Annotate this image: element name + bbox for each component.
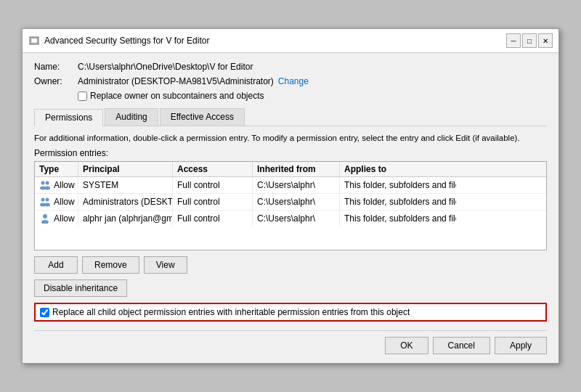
svg-point-10: [43, 214, 47, 219]
main-window: Advanced Security Settings for V for Edi…: [22, 28, 559, 364]
col-type: Type: [35, 162, 78, 176]
disable-inheritance-button[interactable]: Disable inheritance: [34, 279, 127, 297]
row1-type: Allow: [35, 177, 78, 193]
close-button[interactable]: ✕: [538, 33, 553, 48]
group-icon: [39, 196, 51, 208]
row1-inherited: C:\Users\alphr\: [253, 177, 340, 193]
tab-auditing[interactable]: Auditing: [105, 108, 158, 126]
col-access: Access: [173, 162, 253, 176]
replace-child-permissions-label: Replace all child object permission entr…: [52, 307, 410, 317]
row2-applies: This folder, subfolders and files: [340, 194, 456, 210]
change-link[interactable]: Change: [278, 76, 309, 86]
row1-access: Full control: [173, 177, 253, 193]
disable-inheritance-row: Disable inheritance: [34, 279, 547, 303]
permission-entries-label: Permission entries:: [34, 148, 547, 158]
owner-value: Administrator (DESKTOP-MA981V5\Administr…: [78, 76, 274, 86]
svg-point-6: [41, 198, 45, 202]
name-row: Name: C:\Users\alphr\OneDrive\Desktop\V …: [34, 62, 547, 72]
group-icon: [39, 179, 51, 191]
apply-button[interactable]: Apply: [495, 337, 547, 354]
owner-row: Owner: Administrator (DESKTOP-MA981V5\Ad…: [34, 76, 547, 86]
replace-owner-row: Replace owner on subcontainers and objec…: [78, 91, 547, 101]
permissions-description: For additional information, double-click…: [34, 134, 547, 142]
table-row[interactable]: Allow alphr jan (alphrjan@gmail.co... Fu…: [35, 211, 546, 226]
row3-principal: alphr jan (alphrjan@gmail.co...: [78, 211, 173, 226]
row3-applies: This folder, subfolders and files: [340, 211, 456, 226]
svg-point-4: [46, 181, 49, 185]
bottom-buttons: OK Cancel Apply: [34, 330, 547, 354]
row2-access: Full control: [173, 194, 253, 210]
tab-permissions[interactable]: Permissions: [34, 109, 103, 126]
maximize-button[interactable]: □: [522, 33, 537, 48]
minimize-button[interactable]: ─: [506, 33, 521, 48]
row3-inherited: C:\Users\alphr\: [253, 211, 340, 226]
row3-access: Full control: [173, 211, 253, 226]
col-applies: Applies to: [340, 162, 456, 176]
row1-applies: This folder, subfolders and files: [340, 177, 456, 193]
col-principal: Principal: [78, 162, 173, 176]
table-header: Type Principal Access Inherited from App…: [35, 162, 546, 177]
row1-principal: SYSTEM: [78, 177, 173, 193]
title-buttons: ─ □ ✕: [506, 33, 553, 48]
replace-child-permissions-checkbox[interactable]: [40, 308, 49, 317]
replace-child-permissions-row: Replace all child object permission entr…: [34, 303, 547, 322]
row2-inherited: C:\Users\alphr\: [253, 194, 340, 210]
tab-effective-access[interactable]: Effective Access: [160, 108, 245, 126]
window-icon: [28, 35, 40, 46]
content-area: Name: C:\Users\alphr\OneDrive\Desktop\V …: [23, 53, 558, 363]
svg-rect-1: [31, 38, 37, 43]
tabs-bar: Permissions Auditing Effective Access: [34, 108, 547, 126]
title-bar: Advanced Security Settings for V for Edi…: [23, 29, 558, 53]
add-button[interactable]: Add: [34, 256, 78, 274]
remove-button[interactable]: Remove: [82, 256, 139, 274]
table-row[interactable]: Allow SYSTEM Full control C:\Users\alphr…: [35, 177, 546, 194]
view-button[interactable]: View: [144, 256, 187, 274]
window-title: Advanced Security Settings for V for Edi…: [44, 36, 209, 46]
svg-point-8: [46, 198, 49, 202]
user-icon: [39, 213, 51, 224]
name-label: Name:: [34, 62, 78, 72]
svg-point-5: [44, 187, 50, 190]
owner-label: Owner:: [34, 76, 78, 86]
row2-principal: Administrators (DESKTOP-MA...: [78, 194, 173, 210]
svg-point-9: [44, 203, 50, 207]
replace-owner-label: Replace owner on subcontainers and objec…: [90, 91, 264, 101]
row2-type: Allow: [35, 194, 78, 210]
col-inherited: Inherited from: [253, 162, 340, 176]
ok-button[interactable]: OK: [385, 337, 428, 354]
row3-type: Allow: [35, 211, 78, 226]
action-buttons: Add Remove View: [34, 256, 547, 274]
permissions-table: Type Principal Access Inherited from App…: [34, 161, 547, 250]
svg-point-11: [41, 220, 49, 224]
replace-owner-checkbox[interactable]: [78, 91, 87, 101]
cancel-button[interactable]: Cancel: [433, 337, 490, 354]
svg-point-2: [41, 181, 45, 185]
name-value: C:\Users\alphr\OneDrive\Desktop\V for Ed…: [78, 62, 253, 72]
table-body: Allow SYSTEM Full control C:\Users\alphr…: [35, 177, 546, 250]
table-row[interactable]: Allow Administrators (DESKTOP-MA... Full…: [35, 194, 546, 211]
